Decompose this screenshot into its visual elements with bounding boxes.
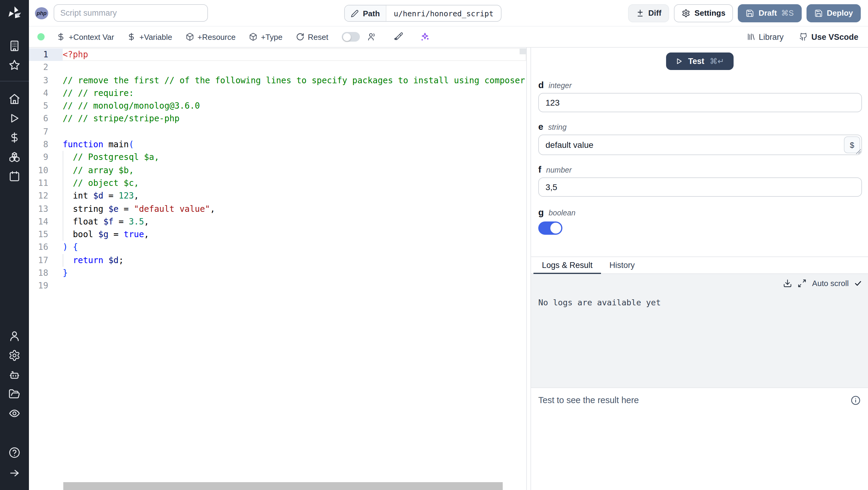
code-line[interactable]: 15 bool $g = true, (29, 228, 526, 241)
settings-label: Settings (694, 8, 725, 18)
ai-sparkles-icon[interactable] (420, 32, 430, 41)
reset-label: Reset (308, 32, 328, 41)
test-button[interactable]: Test ⌘↵ (666, 53, 733, 70)
info-icon[interactable] (850, 395, 861, 408)
sidebar (0, 0, 29, 490)
audit-eye-icon[interactable] (0, 404, 29, 423)
deploy-label: Deploy (827, 8, 853, 18)
result-area: Test to see the result here (531, 388, 868, 415)
code-line[interactable]: 12 int $d = 123, (29, 190, 526, 203)
app-window: php Path u/henri/honored_script Diff Set… (0, 0, 868, 490)
test-panel: Test ⌘↵ d integer e string defa (531, 48, 868, 490)
path-widget[interactable]: Path u/henri/honored_script (344, 5, 501, 22)
arg-name: f (538, 164, 541, 174)
arg-f-input[interactable] (538, 177, 862, 197)
code-line[interactable]: 8function main( (29, 138, 526, 151)
download-logs-icon[interactable] (783, 279, 792, 288)
workers-bot-icon[interactable] (0, 365, 29, 384)
runs-play-icon[interactable] (0, 109, 29, 128)
arg-g-label: g boolean (538, 207, 862, 217)
settings-gear-icon[interactable] (0, 346, 29, 365)
textarea-resize-handle[interactable] (855, 148, 861, 154)
arg-type: string (548, 123, 567, 132)
arg-d-input[interactable] (538, 93, 862, 112)
autoscroll-label[interactable]: Auto scroll (812, 279, 849, 288)
code-editor[interactable]: 1<?php23// remove the first // of the fo… (29, 48, 526, 490)
favorites-star-icon[interactable] (0, 56, 29, 75)
expand-logs-icon[interactable] (798, 279, 807, 288)
path-label-group[interactable]: Path (345, 5, 386, 21)
arg-name: e (538, 121, 544, 132)
tab-history[interactable]: History (601, 257, 643, 273)
windmill-logo-icon[interactable] (6, 5, 23, 22)
code-line[interactable]: 10 // array $b, (29, 164, 526, 177)
edit-pencil-icon (351, 9, 359, 17)
arg-type: number (546, 166, 572, 174)
code-line[interactable]: 11 // object $c, (29, 177, 526, 190)
code-line[interactable]: 19 (29, 280, 526, 293)
save-icon (814, 9, 823, 17)
reset-button[interactable]: Reset (296, 32, 328, 41)
help-icon[interactable] (0, 443, 29, 462)
add-type-button[interactable]: +Type (249, 32, 283, 41)
editor-vscroll-marker (520, 48, 526, 54)
use-vscode-button[interactable]: Use VScode (799, 32, 858, 41)
autoscroll-check-icon[interactable] (854, 279, 862, 287)
folders-icon[interactable] (0, 384, 29, 404)
arg-e-label: e string (538, 121, 862, 132)
reset-rotate-icon (296, 33, 304, 41)
editor-horizontal-scrollbar[interactable] (63, 482, 503, 490)
resources-boxes-icon[interactable] (0, 147, 29, 167)
play-icon (675, 57, 683, 65)
code-line[interactable]: 9 // Postgresql $a, (29, 151, 526, 164)
diff-icon (636, 9, 644, 17)
draft-button[interactable]: Draft ⌘S (738, 4, 801, 22)
use-vscode-label: Use VScode (811, 32, 858, 41)
code-line[interactable]: 2 (29, 61, 526, 74)
schedules-calendar-icon[interactable] (0, 167, 29, 186)
github-icon (799, 33, 808, 41)
result-placeholder: Test to see the result here (538, 395, 639, 405)
code-line[interactable]: 18} (29, 267, 526, 280)
code-line[interactable]: 14 float $f = 3.5, (29, 215, 526, 228)
code-line[interactable]: 17 return $d; (29, 254, 526, 267)
panel-splitter[interactable] (526, 48, 531, 490)
deploy-button[interactable]: Deploy (806, 4, 861, 22)
code-line[interactable]: 6// // stripe/stripe-php (29, 113, 526, 125)
arg-e-textarea[interactable]: default value $ (538, 135, 862, 155)
package-icon (185, 33, 194, 41)
code-line[interactable]: 5// // monolog/monolog@3.6.0 (29, 99, 526, 113)
add-resource-button[interactable]: +Resource (185, 32, 236, 41)
diff-button[interactable]: Diff (628, 4, 669, 22)
tab-logs-result[interactable]: Logs & Result (533, 257, 601, 273)
no-logs-message: No logs are available yet (538, 297, 862, 307)
multiplayer-users-icon[interactable] (367, 32, 376, 41)
code-line[interactable]: 16) { (29, 241, 526, 254)
code-line[interactable]: 1<?php (29, 48, 526, 61)
library-label: Library (758, 32, 784, 41)
code-lines[interactable]: 1<?php23// remove the first // of the fo… (29, 48, 526, 292)
home-icon[interactable] (0, 89, 29, 109)
top-bar: php Path u/henri/honored_script Diff Set… (29, 0, 868, 27)
code-line[interactable]: 13 string $e = "default value", (29, 202, 526, 215)
user-icon[interactable] (0, 326, 29, 346)
variables-dollar-icon[interactable] (0, 128, 29, 147)
settings-gear-icon (682, 9, 690, 17)
script-summary-input[interactable] (54, 4, 208, 22)
workspace-building-icon[interactable] (0, 36, 29, 56)
settings-button[interactable]: Settings (674, 4, 733, 22)
code-line[interactable]: 7 (29, 125, 526, 139)
code-line[interactable]: 3// remove the first // of the following… (29, 74, 526, 87)
library-icon (747, 33, 755, 41)
draft-shortcut: ⌘S (781, 8, 794, 18)
add-context-var-button[interactable]: +Context Var (57, 32, 114, 41)
multiplayer-toggle[interactable] (341, 32, 360, 41)
arg-name: d (538, 80, 544, 90)
format-paintbrush-icon[interactable] (393, 32, 403, 41)
library-button[interactable]: Library (747, 32, 784, 41)
expand-sidebar-arrow-icon[interactable] (0, 463, 29, 483)
arg-g-boolean-toggle[interactable] (538, 222, 562, 235)
dollar-icon (127, 33, 136, 41)
add-variable-button[interactable]: +Variable (127, 32, 173, 41)
code-line[interactable]: 4// // require: (29, 87, 526, 100)
